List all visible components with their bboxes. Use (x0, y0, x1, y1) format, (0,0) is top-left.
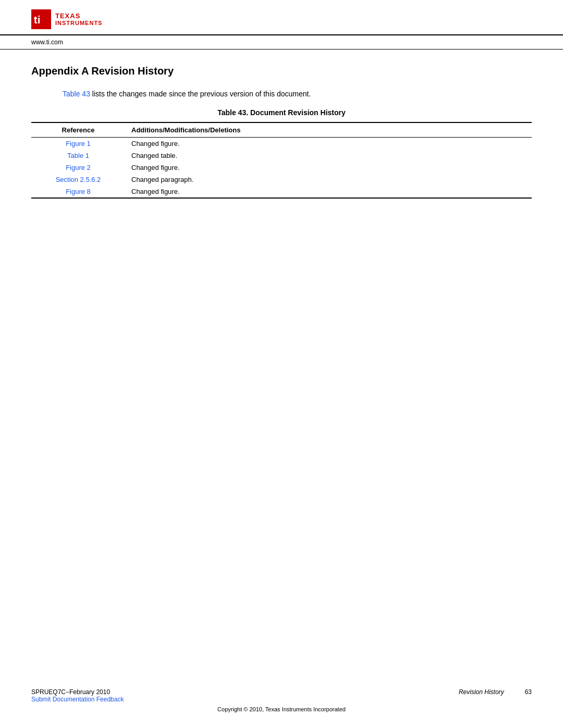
logo-container: ti TEXAS INSTRUMENTS (31, 9, 532, 29)
logo-texas: TEXAS (55, 13, 102, 20)
reference-link[interactable]: Section 2.5.6.2 (56, 176, 101, 183)
feedback-link[interactable]: Submit Documentation Feedback (31, 696, 124, 703)
website-line: www.ti.com (0, 35, 563, 50)
footer-left: SPRUEQ7C−February 2010 Submit Documentat… (31, 688, 124, 703)
appendix-heading: Appendix A Revision History (31, 65, 532, 77)
reference-link[interactable]: Figure 1 (66, 140, 91, 147)
footer-right: Revision History 63 (459, 688, 532, 696)
footer-page-number: 63 (525, 688, 532, 696)
table-cell-reference: Figure 8 (31, 186, 125, 198)
main-content: Appendix A Revision History Table 43 lis… (0, 50, 563, 728)
table-cell-reference: Figure 2 (31, 162, 125, 174)
table-row: Figure 1Changed figure. (31, 138, 532, 150)
revision-table: Reference Additions/Modifications/Deleti… (31, 122, 532, 199)
logo-instruments: INSTRUMENTS (55, 20, 102, 26)
intro-suffix: lists the changes made since the previou… (90, 90, 311, 98)
footer-copyright: Copyright © 2010, Texas Instruments Inco… (31, 706, 532, 712)
table-cell-reference: Table 1 (31, 150, 125, 162)
logo-text: TEXAS INSTRUMENTS (55, 13, 102, 26)
col-header-reference: Reference (31, 122, 125, 138)
reference-link[interactable]: Table 1 (67, 152, 89, 159)
header: ti TEXAS INSTRUMENTS (0, 0, 563, 35)
reference-link[interactable]: Figure 2 (66, 164, 91, 171)
doc-id: SPRUEQ7C−February 2010 (31, 688, 124, 696)
footer-top: SPRUEQ7C−February 2010 Submit Documentat… (31, 688, 532, 703)
intro-paragraph: Table 43 lists the changes made since th… (63, 90, 532, 98)
table-cell-description: Changed figure. (125, 162, 532, 174)
table-row: Figure 2Changed figure. (31, 162, 532, 174)
svg-text:ti: ti (34, 14, 41, 26)
table-cell-description: Changed figure. (125, 138, 532, 150)
table-header-row: Reference Additions/Modifications/Deleti… (31, 122, 532, 138)
website-url: www.ti.com (31, 39, 63, 46)
table-cell-description: Changed table. (125, 150, 532, 162)
table-cell-reference: Figure 1 (31, 138, 125, 150)
table-cell-description: Changed figure. (125, 186, 532, 198)
table43-link[interactable]: Table 43 (63, 90, 90, 98)
table-title: Table 43. Document Revision History (31, 108, 532, 117)
reference-link[interactable]: Figure 8 (66, 188, 91, 195)
table-row: Figure 8Changed figure. (31, 186, 532, 198)
table-cell-description: Changed paragraph. (125, 174, 532, 186)
ti-logo-icon: ti (31, 9, 51, 29)
footer-section-title: Revision History (459, 688, 504, 696)
footer: SPRUEQ7C−February 2010 Submit Documentat… (0, 688, 563, 712)
table-header: Reference Additions/Modifications/Deleti… (31, 122, 532, 138)
table-row: Section 2.5.6.2Changed paragraph. (31, 174, 532, 186)
col-header-additions: Additions/Modifications/Deletions (125, 122, 532, 138)
table-row: Table 1Changed table. (31, 150, 532, 162)
table-body: Figure 1Changed figure.Table 1Changed ta… (31, 138, 532, 199)
page-container: ti TEXAS INSTRUMENTS www.ti.com Appendix… (0, 0, 563, 728)
table-cell-reference: Section 2.5.6.2 (31, 174, 125, 186)
